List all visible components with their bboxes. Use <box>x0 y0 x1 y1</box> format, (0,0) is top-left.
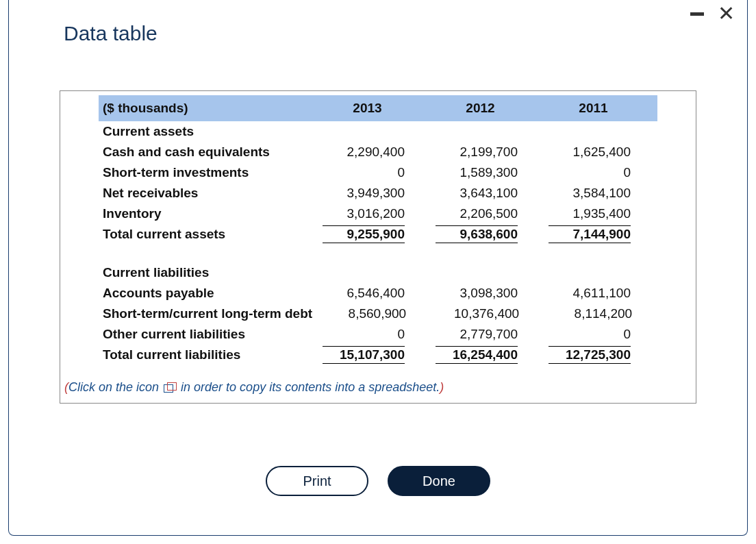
row-short-term-debt: Short-term/current long-term debt 8,560,… <box>99 304 657 324</box>
cell: 0 <box>537 327 650 342</box>
row-sti: Short-term investments 0 1,589,300 0 <box>99 162 657 183</box>
cell: 16,254,400 <box>424 346 537 364</box>
col-2011: 2011 <box>537 101 650 116</box>
data-table-modal: ✕ Data table ($ thousands) 2013 2012 201… <box>8 0 748 536</box>
row-label: Other current liabilities <box>99 327 311 342</box>
copy-hint: (Click on the icon in order to copy its … <box>60 380 696 395</box>
section-label: Current assets <box>99 124 311 139</box>
data-table: ($ thousands) 2013 2012 2011 Current ass… <box>60 90 696 404</box>
cell: 0 <box>311 165 424 180</box>
row-label: Short-term/current long-term debt <box>99 306 312 321</box>
cell: 2,779,700 <box>424 327 537 342</box>
cell: 3,584,100 <box>537 186 650 201</box>
cell: 8,114,200 <box>538 306 651 321</box>
row-total-assets: Total current assets 9,255,900 9,638,600… <box>99 224 657 245</box>
cell: 10,376,400 <box>425 306 538 321</box>
section-heading-liabilities: Current liabilities <box>99 262 657 283</box>
row-label: Accounts payable <box>99 286 311 301</box>
done-button[interactable]: Done <box>388 466 490 496</box>
cell: 3,949,300 <box>311 186 424 201</box>
cell: 1,625,400 <box>537 145 650 160</box>
cell: 0 <box>311 327 424 342</box>
col-2012: 2012 <box>424 101 537 116</box>
cell: 15,107,300 <box>311 346 424 364</box>
row-label: Total current liabilities <box>99 347 311 362</box>
row-label: Cash and cash equivalents <box>99 145 311 160</box>
cell: 0 <box>537 165 650 180</box>
row-label: Total current assets <box>99 227 311 242</box>
row-label: Net receivables <box>99 186 311 201</box>
cell: 3,643,100 <box>424 186 537 201</box>
table-header-row: ($ thousands) 2013 2012 2011 <box>99 95 657 121</box>
row-total-liabilities: Total current liabilities 15,107,300 16,… <box>99 345 657 365</box>
col-2013: 2013 <box>311 101 424 116</box>
cell: 12,725,300 <box>537 346 650 364</box>
cell: 7,144,900 <box>537 225 650 243</box>
row-inventory: Inventory 3,016,200 2,206,500 1,935,400 <box>99 203 657 224</box>
section-label: Current liabilities <box>99 265 311 280</box>
row-label: Short-term investments <box>99 165 311 180</box>
close-icon[interactable]: ✕ <box>718 7 735 21</box>
cell: 2,206,500 <box>424 206 537 221</box>
cell: 8,560,900 <box>312 306 425 321</box>
cell: 3,098,300 <box>424 286 537 301</box>
print-button[interactable]: Print <box>266 466 368 496</box>
cell: 4,611,100 <box>537 286 650 301</box>
cell: 2,199,700 <box>424 145 537 160</box>
row-receivables: Net receivables 3,949,300 3,643,100 3,58… <box>99 183 657 203</box>
cell: 2,290,400 <box>311 145 424 160</box>
minimize-icon[interactable] <box>690 12 704 16</box>
cell: 3,016,200 <box>311 206 424 221</box>
unit-header: ($ thousands) <box>99 101 311 116</box>
row-other-liabilities: Other current liabilities 0 2,779,700 0 <box>99 324 657 345</box>
cell: 9,255,900 <box>311 225 424 243</box>
cell: 1,935,400 <box>537 206 650 221</box>
cell: 1,589,300 <box>424 165 537 180</box>
copy-to-spreadsheet-icon[interactable] <box>164 383 176 393</box>
section-heading-assets: Current assets <box>99 121 657 142</box>
modal-title: Data table <box>64 22 158 45</box>
row-cash: Cash and cash equivalents 2,290,400 2,19… <box>99 142 657 162</box>
cell: 6,546,400 <box>311 286 424 301</box>
cell: 9,638,600 <box>424 225 537 243</box>
row-accounts-payable: Accounts payable 6,546,400 3,098,300 4,6… <box>99 283 657 304</box>
row-label: Inventory <box>99 206 311 221</box>
